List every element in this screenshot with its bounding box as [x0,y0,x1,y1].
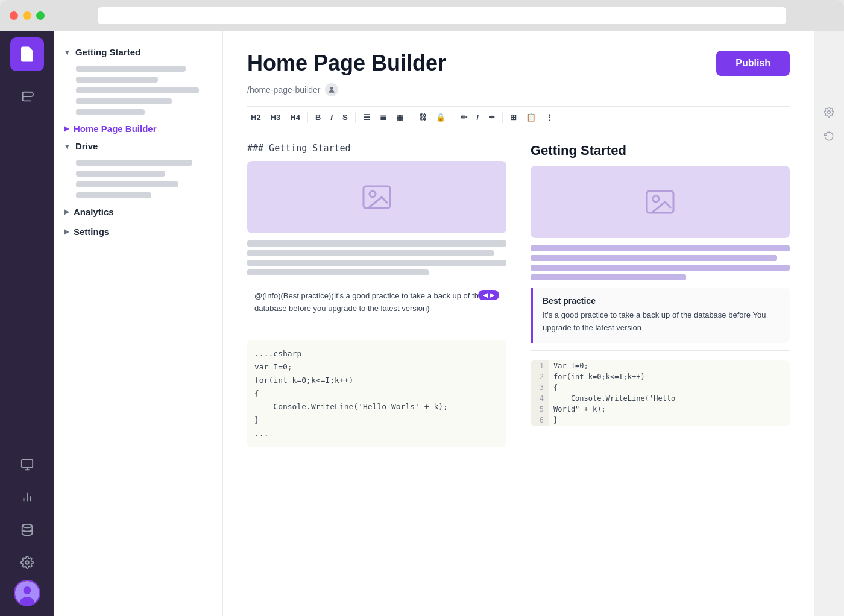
screen-icon [20,458,34,471]
table-button[interactable]: ▦ [392,110,407,124]
line-number: 3 [531,382,549,393]
refresh-icon[interactable] [820,128,837,145]
line-number: 6 [531,415,549,426]
grid-button[interactable]: ⊞ [506,110,520,124]
nav-skeleton-item [76,98,172,104]
separator [247,330,506,330]
preview-code-block: 1 Var I=0; 2 for(int k=0;k<=I;k++) 3 { [531,360,790,426]
nav-skeleton-item [76,66,186,72]
sidebar-database-btn[interactable] [12,515,42,545]
sidebar-library-btn[interactable] [12,82,42,112]
bold-button[interactable]: B [312,110,324,124]
h2-button[interactable]: H2 [247,110,265,124]
code-row: 6 } [531,415,790,426]
line-number: 1 [531,360,549,371]
code-line: { [254,387,499,400]
text-line [531,265,790,271]
nav-skeleton-item [76,87,199,93]
code-line: var I=0; [254,360,499,374]
svg-rect-9 [647,191,673,213]
preview-callout-title: Best practice [543,296,780,306]
code-row: 5 World" + k); [531,404,790,415]
h4-button[interactable]: H4 [286,110,304,124]
svg-point-5 [20,597,34,606]
nav-settings-label: Settings [74,227,109,237]
svg-point-1 [22,524,33,528]
nav-skeleton-item [76,181,178,187]
code-line: for(int k=0;k<=I;k++) [254,374,499,387]
nav-home-page-builder[interactable]: ▶ Home Page Builder [64,120,213,137]
refresh-icon-svg [824,131,834,142]
database-icon [20,523,34,536]
line-number: 5 [531,404,549,415]
toolbar-separator [307,112,308,123]
minimize-button[interactable] [23,11,31,20]
page-path: /home-page-builder [247,83,790,96]
logo-icon [18,45,36,63]
app-logo[interactable] [10,37,44,71]
italic-button[interactable]: I [327,110,336,124]
ordered-list-button[interactable]: ≣ [376,110,390,124]
nav-sidebar: ▼ Getting Started ▶ Home Page Builder ▼ … [54,31,223,616]
toolbar-separator [355,112,356,123]
svg-point-4 [24,586,31,594]
line-code: } [549,415,562,426]
title-bar [0,0,844,31]
callout-navigation-badge[interactable]: ◀ ▶ [478,290,499,300]
text-line [247,269,429,275]
unordered-list-button[interactable]: ☰ [359,110,374,124]
sidebar-chart-btn[interactable] [12,482,42,512]
image-placeholder-icon [646,190,675,214]
code-row: 4 Console.WriteLine('Hello [531,393,790,404]
nav-skeleton-item [76,192,151,198]
preview-text-lines [531,245,790,280]
settings-icon [20,556,34,569]
sidebar-screen-btn[interactable] [12,450,42,480]
library-icon [20,90,34,104]
h3-button[interactable]: H3 [267,110,285,124]
more-button[interactable]: ⋮ [542,110,557,124]
nav-skeleton-item [76,109,145,115]
nav-settings[interactable]: ▶ Settings [64,223,213,240]
nav-home-page-builder-label: Home Page Builder [74,124,157,134]
pencil-button[interactable]: ✏ [457,110,471,124]
maximize-button[interactable] [36,11,45,20]
nav-drive-label: Drive [75,141,98,151]
nav-getting-started[interactable]: ▼ Getting Started [64,43,213,61]
text-line [531,245,790,251]
link-button[interactable]: ⛓ [415,110,430,124]
sidebar-settings-btn[interactable] [12,547,42,577]
toolbar-separator [411,112,411,123]
publish-button[interactable]: Publish [716,51,790,76]
lock-button[interactable]: 🔒 [432,110,449,124]
nav-skeleton-item [76,171,165,177]
strikethrough-button[interactable]: S [339,110,351,124]
clipboard-button[interactable]: 📋 [523,110,540,124]
code-row: 3 { [531,382,790,393]
editor-code-block[interactable]: ....csharp var I=0; for(int k=0;k<=I;k++… [247,340,506,448]
pen-button[interactable]: ✒ [485,110,499,124]
nav-analytics[interactable]: ▶ Analytics [64,203,213,221]
main-layout: ▼ Getting Started ▶ Home Page Builder ▼ … [0,31,844,616]
nav-getting-started-label: Getting Started [75,47,140,57]
nav-drive[interactable]: ▼ Drive [64,137,213,155]
page-path-text: /home-page-builder [247,85,320,95]
editor-column: ### Getting Started [247,143,506,447]
line-code: World" + k); [549,404,611,415]
page-path-icon [325,83,338,96]
svg-point-11 [828,111,831,114]
page-title: Home Page Builder [247,51,446,76]
editor-text-lines [247,240,506,275]
text-line [247,260,506,266]
address-bar[interactable] [98,7,786,24]
preview-callout-text: It's a good practice to take a back up o… [543,309,780,335]
nav-skeleton-item [76,160,192,166]
preview-image-placeholder [531,166,790,238]
nav-drive-subitems [64,160,213,198]
user-avatar[interactable] [14,580,40,606]
slash-button[interactable]: / [473,110,483,124]
chevron-right-icon: ▶ [64,228,69,236]
gear-icon[interactable] [820,104,837,121]
line-number: 2 [531,371,549,382]
close-button[interactable] [10,11,18,20]
